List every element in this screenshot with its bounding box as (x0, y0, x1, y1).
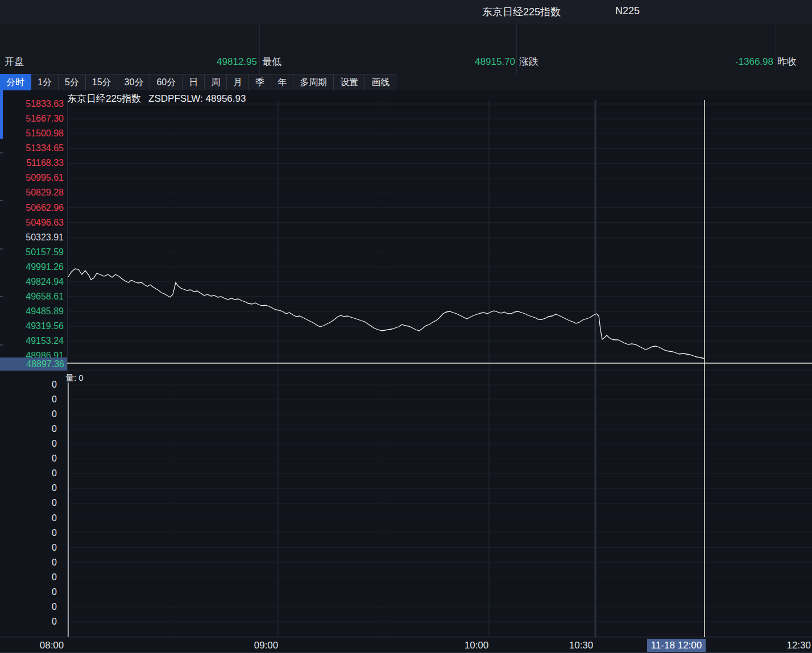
volume-axis-label: 0 (0, 393, 57, 406)
price-axis-label: 49991.26 (0, 261, 64, 273)
volume-legend: 量: 0 (65, 372, 84, 384)
volume-axis-label: 0 (0, 497, 57, 509)
price-axis-label: 50496.63 (0, 217, 64, 229)
price-axis-label: 50157.59 (0, 246, 64, 259)
tab-draw-line[interactable]: 画线 (365, 74, 396, 90)
tab-60min[interactable]: 60分 (150, 74, 183, 90)
left-scrollbar-thumb[interactable] (0, 90, 3, 139)
volume-axis-label: 0 (0, 556, 57, 569)
volume-axis-label: 0 (0, 379, 57, 391)
period-tabs: 分时1分5分15分30分60分日周月季年多周期设置画线 (0, 74, 812, 91)
quote-low-label: 最低 (262, 55, 281, 69)
time-axis-label: 10:30 (556, 639, 607, 652)
scrollbar-tick (0, 200, 3, 201)
chart-area[interactable]: 东京日经225指数 ZSDPFSLW: 48956.93 51833.63516… (0, 90, 812, 653)
tab-30min[interactable]: 30分 (118, 74, 151, 90)
title-bar: 东京日经225指数 N225 (0, 0, 812, 24)
quote-low-value: 48915.70 (390, 55, 515, 69)
volume-axis-label: 0 (0, 542, 57, 554)
price-axis-label: 50829.28 (0, 186, 64, 199)
volume-axis-label: 0 (0, 527, 57, 539)
instrument-symbol: N225 (615, 5, 640, 17)
price-axis-label: 51833.63 (0, 98, 64, 110)
quote-prev-close-label: 昨收 (777, 55, 797, 69)
price-axis-label: 51500.98 (0, 127, 64, 140)
price-line (68, 269, 705, 359)
legend-code-value: ZSDPFSLW: 48956.93 (148, 93, 246, 104)
volume-axis-label: 0 (0, 571, 57, 584)
time-axis-label: 10:00 (451, 639, 502, 652)
tab-timeline[interactable]: 分时 (0, 74, 31, 90)
tab-quarter[interactable]: 季 (249, 74, 271, 90)
price-axis-label: 49485.89 (0, 305, 64, 318)
volume-axis-label: 0 (0, 423, 57, 435)
price-axis-label: 50323.91 (0, 231, 64, 244)
price-volume-plot[interactable] (0, 90, 812, 653)
scrollbar-tick (0, 152, 3, 153)
tab-1min[interactable]: 1分 (31, 74, 59, 90)
volume-axis-label: 0 (0, 586, 57, 598)
price-axis-label: 49658.61 (0, 290, 64, 303)
price-axis-label: 49153.24 (0, 335, 64, 347)
volume-axis-label: 0 (0, 512, 57, 525)
tab-day[interactable]: 日 (183, 74, 205, 90)
quote-open-label: 开盘 (5, 55, 24, 69)
chart-legend: 东京日经225指数 ZSDPFSLW: 48956.93 (67, 93, 246, 105)
legend-instrument-name: 东京日经225指数 (67, 93, 141, 104)
instrument-title: 东京日经225指数 (482, 5, 561, 19)
time-axis-label: 12:30 (771, 639, 812, 652)
price-axis-label: 50662.96 (0, 202, 64, 214)
quote-change-value: -1366.98 (648, 55, 773, 69)
crosshair-time-tag: 11-18 12:00 (647, 639, 706, 652)
tab-month[interactable]: 月 (227, 74, 249, 90)
tab-year[interactable]: 年 (271, 74, 293, 90)
volume-axis-label: 0 (0, 482, 57, 494)
volume-axis-label: 0 (0, 615, 57, 628)
scrollbar-tick (0, 248, 3, 249)
volume-axis-label: 0 (0, 408, 57, 421)
volume-axis-label: 0 (0, 467, 57, 480)
tab-settings[interactable]: 设置 (334, 74, 365, 90)
price-axis-label: 51168.33 (0, 157, 64, 169)
volume-axis-label: 0 (0, 452, 57, 465)
price-axis-label: 51667.30 (0, 113, 64, 125)
quote-divider (776, 24, 776, 74)
tab-15min[interactable]: 15分 (86, 74, 118, 90)
quote-divider (259, 24, 260, 74)
tab-5min[interactable]: 5分 (59, 74, 86, 90)
time-axis-label: 08:00 (26, 639, 77, 652)
quote-open-value: 49812.95 (132, 55, 257, 69)
crosshair-price-tag: 48897.36 (0, 357, 67, 371)
price-axis-label: 49319.56 (0, 320, 64, 332)
volume-axis-label: 0 (0, 601, 57, 613)
volume-axis-label: 0 (0, 438, 57, 450)
price-axis-label: 50995.61 (0, 172, 64, 184)
price-axis-label: 51334.65 (0, 142, 64, 155)
scrollbar-tick (0, 296, 3, 297)
tab-multi-period[interactable]: 多周期 (293, 74, 334, 90)
trading-terminal: 东京日经225指数 N225 开盘49812.95最低48915.70涨跌-13… (0, 0, 812, 653)
price-axis-label: 49824.94 (0, 276, 64, 288)
quote-divider (516, 24, 517, 74)
tab-week[interactable]: 周 (205, 74, 227, 90)
quote-change-label: 涨跌 (519, 55, 538, 69)
time-axis-label: 09:00 (241, 639, 292, 652)
scrollbar-tick (0, 344, 3, 346)
quote-panel: 开盘49812.95最低48915.70涨跌-1366.98昨收最高49971.… (0, 24, 812, 74)
